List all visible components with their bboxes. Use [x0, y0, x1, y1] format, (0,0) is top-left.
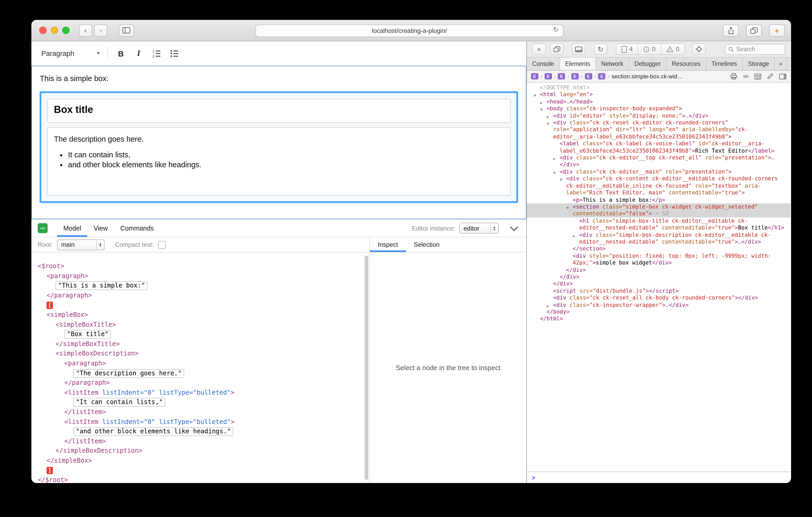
disclosure-open-icon[interactable]: ▼: [547, 120, 549, 127]
simple-box-widget[interactable]: Box title The description goes here. It …: [40, 91, 518, 203]
dom-node[interactable]: ▼<section class="simple-box ck-widget ck…: [527, 203, 790, 217]
dom-node[interactable]: </div>: [527, 280, 790, 287]
simple-box-description[interactable]: The description goes here. It can contai…: [47, 127, 511, 195]
model-element-node[interactable]: </listItem>: [31, 407, 369, 417]
layout-grid-icon[interactable]: [754, 73, 761, 79]
dom-node[interactable]: <label class="ck ck-label ck-voice-label…: [527, 140, 790, 154]
breadcrumb-current-node[interactable]: section.simple-box.ck-wid…: [612, 73, 683, 80]
dom-node[interactable]: <!DOCTYPE html>: [527, 84, 790, 91]
inspector-side-tab-inspect[interactable]: Inspect: [370, 237, 406, 252]
model-text-node[interactable]: "It can contain lists,": [31, 398, 369, 407]
disclosure-closed-icon[interactable]: ▶: [553, 155, 556, 162]
compact-text-checkbox[interactable]: [158, 241, 166, 249]
model-text-node[interactable]: "The description goes here.": [31, 368, 369, 378]
model-element-node[interactable]: <paragraph>: [31, 271, 369, 281]
model-element-node[interactable]: <simpleBox>: [31, 310, 369, 320]
devtools-search-field[interactable]: Search: [725, 44, 785, 55]
model-element-node[interactable]: <$root>: [31, 262, 369, 271]
dock-side-button[interactable]: [572, 43, 585, 55]
show-source-icon[interactable]: </>: [743, 74, 749, 79]
sidebar-toggle-button[interactable]: [119, 24, 134, 36]
italic-button[interactable]: I: [130, 45, 148, 62]
model-element-node[interactable]: </paragraph>: [31, 378, 369, 388]
share-button[interactable]: [723, 25, 739, 37]
devtools-tab-resources[interactable]: Resources: [667, 58, 706, 70]
model-text-node[interactable]: "and other block elements like headings.…: [31, 427, 369, 436]
model-element-node[interactable]: <listItem listIndent="0" listType="bulle…: [31, 417, 369, 427]
inspector-side-tab-selection[interactable]: Selection: [406, 237, 447, 252]
breadcrumb-element-chip[interactable]: E: [531, 73, 539, 80]
url-field[interactable]: localhost/creating-a-plugin/ ↻: [255, 25, 563, 37]
model-element-node[interactable]: </simpleBoxTitle>: [31, 339, 369, 349]
details-sidebar-toggle-icon[interactable]: [779, 73, 786, 79]
disclosure-open-icon[interactable]: ▼: [560, 176, 562, 183]
model-element-node[interactable]: <simpleBoxDescription>: [31, 349, 369, 359]
minimize-window-button[interactable]: [51, 27, 58, 34]
intro-paragraph[interactable]: This is a simple box:: [40, 74, 518, 83]
dom-node[interactable]: ▶<head>…</head>: [527, 98, 790, 105]
model-element-node[interactable]: <paragraph>: [31, 359, 369, 368]
widget-list-item[interactable]: and other block elements like headings.: [68, 160, 504, 170]
editor-instance-select[interactable]: editor ▲ ▼: [459, 223, 499, 234]
zoom-window-button[interactable]: [62, 27, 69, 34]
model-element-node[interactable]: </listItem>: [31, 436, 369, 446]
quick-console[interactable]: >: [527, 472, 790, 483]
forward-button[interactable]: ›: [94, 24, 107, 36]
warning-count-button[interactable]: ! 0: [661, 44, 685, 54]
dom-node[interactable]: </body>: [527, 308, 790, 315]
new-tab-button[interactable]: +: [769, 25, 785, 37]
dom-node[interactable]: <p>This is a simple box:</p>: [527, 196, 790, 203]
dom-node[interactable]: ▼<div class="ck ck-editor__main" role="p…: [527, 168, 790, 175]
breadcrumb-element-chip[interactable]: E: [544, 73, 552, 80]
bold-button[interactable]: B: [112, 45, 130, 62]
dom-node[interactable]: <div style="position: fixed; top: 0px; l…: [527, 252, 790, 267]
devtools-tab-elements[interactable]: Elements: [560, 58, 596, 70]
add-tab-button[interactable]: +: [787, 58, 791, 70]
dom-node[interactable]: </section>: [527, 245, 790, 252]
bulleted-list-button[interactable]: [165, 45, 183, 62]
model-selection-marker[interactable]: [: [31, 300, 369, 310]
breadcrumb-element-chip[interactable]: E: [571, 73, 579, 80]
dom-node[interactable]: <script src="dist/bundle.js"></script>: [527, 287, 790, 295]
dom-node[interactable]: ▼<html lang="en">: [527, 91, 790, 98]
reload-icon[interactable]: ↻: [553, 26, 559, 33]
devtools-tab-network[interactable]: Network: [596, 58, 629, 70]
devtools-tab-debugger[interactable]: Debugger: [629, 58, 667, 70]
dom-node[interactable]: ▶<div id="editor" style="display: none;"…: [527, 112, 790, 119]
back-button[interactable]: ‹: [79, 24, 92, 36]
breadcrumb-element-chip[interactable]: E: [598, 73, 606, 80]
resource-count-button[interactable]: 4: [616, 44, 638, 54]
editor-editable-area[interactable]: This is a simple box: Box title The desc…: [31, 66, 526, 219]
simple-box-title[interactable]: Box title: [47, 99, 511, 123]
dom-node[interactable]: <div class="ck ck-reset_all ck-body ck-r…: [527, 294, 790, 301]
devtools-tab-console[interactable]: Console: [527, 58, 560, 70]
breadcrumb-element-chip[interactable]: E: [585, 73, 592, 80]
model-element-node[interactable]: </simpleBox>: [31, 456, 369, 465]
detach-devtools-button[interactable]: [550, 43, 563, 55]
dom-node[interactable]: </div>: [527, 273, 790, 280]
disclosure-closed-icon[interactable]: ▶: [573, 232, 575, 239]
devtools-tab-timelines[interactable]: Timelines: [706, 58, 743, 70]
description-paragraph[interactable]: The description goes here.: [54, 135, 504, 143]
model-text-node[interactable]: "Box title": [31, 329, 369, 339]
breadcrumb-element-chip[interactable]: E: [558, 73, 565, 80]
dom-node[interactable]: ▶<div class="ck-inspector-wrapper">…</di…: [527, 301, 790, 308]
dom-node[interactable]: </div>: [527, 266, 790, 273]
model-element-node[interactable]: <simpleBoxTitle>: [31, 320, 369, 329]
dom-node[interactable]: ▶<div class="ck ck-editor__top ck-reset_…: [527, 154, 790, 168]
collapse-inspector-button[interactable]: [510, 223, 518, 231]
model-text-node[interactable]: "This is a simple box:": [31, 281, 369, 291]
root-select[interactable]: main ▲ ▼: [57, 239, 105, 250]
tab-overview-button[interactable]: [746, 25, 762, 37]
model-element-node[interactable]: </paragraph>: [31, 291, 369, 300]
dom-node[interactable]: ▼<body class="ck-inspector-body-expanded…: [527, 105, 790, 112]
close-devtools-button[interactable]: ×: [532, 43, 546, 55]
disclosure-open-icon[interactable]: ▼: [567, 204, 569, 211]
tab-overflow-button[interactable]: »: [775, 58, 787, 70]
numbered-list-button[interactable]: 12: [148, 45, 165, 62]
close-window-button[interactable]: [39, 27, 47, 34]
pencil-icon[interactable]: [767, 73, 773, 80]
inspector-tab-commands[interactable]: Commands: [114, 219, 160, 237]
model-element-node[interactable]: </simpleBoxDescription>: [31, 446, 369, 456]
reload-page-button[interactable]: ↻: [594, 43, 607, 55]
